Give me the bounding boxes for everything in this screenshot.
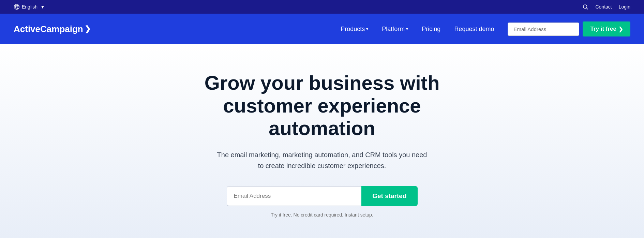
hero-form: Get started	[227, 186, 418, 206]
logo-text: ActiveCampaign	[14, 24, 83, 34]
products-nav-item[interactable]: Products ▾	[335, 23, 374, 35]
logo-link[interactable]: ActiveCampaign ❯	[14, 24, 91, 34]
platform-label: Platform	[382, 26, 405, 33]
try-free-arrow: ❯	[618, 26, 623, 32]
svg-point-5	[583, 5, 587, 9]
platform-nav-item[interactable]: Platform ▾	[376, 23, 414, 35]
nav-email-input[interactable]	[508, 23, 579, 36]
logo-arrow: ❯	[85, 25, 91, 33]
hero-title: Grow your business with customer experie…	[169, 72, 476, 140]
request-demo-nav-item[interactable]: Request demo	[449, 23, 499, 35]
main-nav: ActiveCampaign ❯ Products ▾ Platform ▾ P…	[0, 14, 644, 44]
hero-email-input[interactable]	[227, 186, 362, 206]
platform-chevron: ▾	[406, 27, 408, 31]
try-free-button[interactable]: Try it free ❯	[583, 21, 630, 36]
language-caret: ▼	[40, 4, 45, 10]
login-link[interactable]: Login	[619, 4, 630, 10]
language-label: English	[22, 4, 38, 10]
get-started-button[interactable]: Get started	[361, 186, 417, 206]
contact-link[interactable]: Contact	[595, 4, 612, 10]
search-button[interactable]	[582, 4, 588, 10]
top-bar-right: Contact Login	[582, 4, 630, 10]
products-chevron: ▾	[366, 27, 368, 31]
globe-icon	[14, 4, 20, 10]
hero-subtitle: The email marketing, marketing automatio…	[216, 149, 428, 171]
hero-disclaimer: Try it free. No credit card required. In…	[271, 212, 373, 218]
pricing-nav-item[interactable]: Pricing	[416, 23, 446, 35]
pricing-label: Pricing	[422, 26, 440, 33]
svg-line-6	[587, 8, 588, 9]
nav-links: Products ▾ Platform ▾ Pricing Request de…	[335, 23, 499, 35]
hero-section: Grow your business with customer experie…	[0, 44, 644, 238]
search-icon	[582, 4, 588, 10]
request-demo-label: Request demo	[454, 26, 494, 33]
language-selector[interactable]: English ▼	[14, 4, 45, 10]
products-label: Products	[341, 26, 365, 33]
try-free-label: Try it free	[590, 26, 616, 32]
get-started-label: Get started	[372, 192, 406, 199]
top-bar: English ▼ Contact Login	[0, 0, 644, 14]
